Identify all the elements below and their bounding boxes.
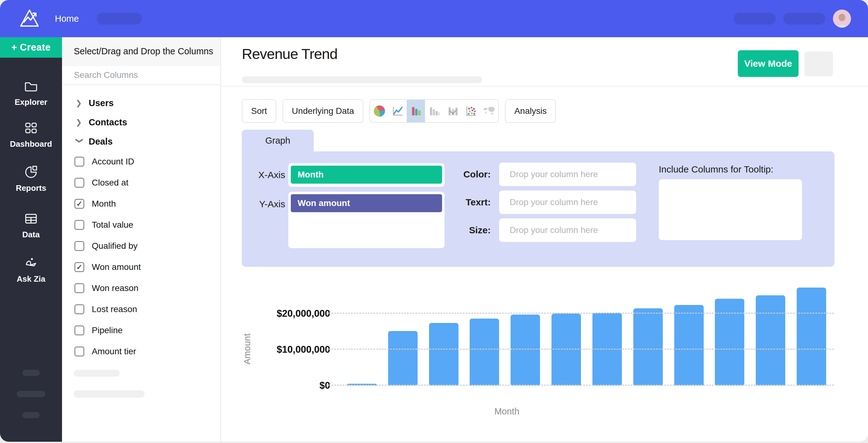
x-axis-chip-month[interactable]: Month: [291, 166, 442, 184]
checkbox-unchecked[interactable]: [74, 220, 84, 230]
column-field-label: Month: [92, 199, 116, 209]
size-drop-zone[interactable]: Drop your column here: [499, 218, 636, 242]
sort-button[interactable]: Sort: [242, 99, 276, 123]
text-drop-zone[interactable]: Drop your column here: [499, 190, 636, 214]
bar[interactable]: [715, 299, 744, 386]
pie-chart-icon[interactable]: [370, 100, 389, 122]
bar-series: [329, 278, 834, 386]
app-window: Home + Create Explorer Dashboard: [0, 0, 868, 442]
column-field-row: ✓Month: [62, 193, 220, 214]
checkbox-unchecked[interactable]: [74, 347, 84, 356]
columns-panel: Select/Drag and Drop the Columns ❯ Users…: [62, 37, 221, 442]
size-label: Size:: [440, 218, 491, 242]
bar-chart-icon[interactable]: [407, 100, 425, 122]
zia-icon: [24, 256, 38, 270]
pie-icon: [24, 165, 38, 179]
sidebar-item-label: Reports: [16, 183, 46, 193]
combo-chart-icon[interactable]: [443, 100, 462, 122]
y-axis-tick-labels: $0$10,000,000$20,000,000: [253, 278, 330, 386]
analysis-button[interactable]: Analysis: [505, 99, 556, 123]
graph-config-panel: X-Axis Month Y-Axis Won amount Color: Dr…: [242, 151, 835, 267]
title-skeleton-bar: [242, 76, 482, 83]
tree-group-contacts[interactable]: ❯ Contacts: [62, 113, 220, 132]
x-axis-title: Month: [408, 406, 606, 417]
sidebar-item-explorer[interactable]: Explorer: [0, 79, 62, 107]
checkbox-unchecked[interactable]: [74, 283, 84, 293]
panel-skeleton-bar: [74, 390, 145, 398]
line-chart-icon[interactable]: [389, 100, 407, 122]
tree-group-users[interactable]: ❯ Users: [62, 93, 220, 113]
y-axis-chip-won-amount[interactable]: Won amount: [291, 194, 442, 212]
gridline: [329, 385, 834, 386]
bar[interactable]: [674, 305, 704, 386]
bar[interactable]: [756, 295, 785, 386]
gridline: [329, 349, 834, 350]
sidebar-item-label: Data: [22, 230, 40, 239]
search-row: [62, 66, 220, 85]
column-field-label: Amount tier: [92, 347, 136, 356]
sidebar-skeleton-bar: [22, 370, 40, 376]
panel-skeleton-bar: [74, 370, 120, 377]
analytics-logo-icon[interactable]: [17, 6, 42, 31]
header-placeholder-button[interactable]: [804, 52, 833, 76]
create-button[interactable]: + Create: [0, 37, 62, 58]
column-field-label: Won amount: [92, 262, 141, 272]
bar[interactable]: [470, 319, 499, 386]
y-tick-label: $20,000,000: [277, 308, 330, 319]
chevron-right-icon: ❯: [75, 118, 84, 126]
column-field-label: Account ID: [92, 157, 134, 167]
column-field-label: Won reason: [92, 283, 138, 293]
color-label: Color:: [440, 163, 491, 186]
bar[interactable]: [633, 308, 663, 386]
graph-tab[interactable]: Graph: [242, 130, 314, 152]
search-columns-input[interactable]: [62, 70, 198, 80]
bar[interactable]: [388, 331, 417, 386]
world-map-icon[interactable]: [480, 100, 498, 122]
folder-icon: [24, 79, 38, 93]
checkbox-unchecked[interactable]: [74, 157, 84, 167]
checkbox-unchecked[interactable]: [74, 241, 84, 251]
checkbox-unchecked[interactable]: [74, 304, 84, 314]
bar[interactable]: [429, 323, 459, 386]
bar-chart-alt-icon[interactable]: [425, 100, 443, 122]
header-divider: [222, 86, 868, 87]
tree-group-deals[interactable]: ❯ Deals: [62, 132, 220, 151]
sidebar-skeleton-bar: [17, 391, 45, 397]
bar[interactable]: [552, 314, 581, 386]
nav-home[interactable]: Home: [55, 13, 79, 24]
sidebar-item-label: Dashboard: [10, 139, 52, 149]
color-drop-zone[interactable]: Drop your column here: [499, 163, 636, 186]
checkbox-unchecked[interactable]: [74, 178, 84, 188]
column-field-row: Account ID: [62, 151, 220, 172]
page-title: Revenue Trend: [242, 45, 337, 62]
column-field-label: Closed at: [92, 178, 128, 188]
columns-panel-header: Select/Drag and Drop the Columns: [62, 37, 220, 66]
sidebar-item-dashboard[interactable]: Dashboard: [0, 121, 62, 149]
topbar-placeholder-pill: [734, 13, 776, 25]
column-field-row: Won reason: [62, 278, 220, 299]
view-mode-button[interactable]: View Mode: [738, 50, 799, 77]
scatter-plot-icon[interactable]: [462, 100, 480, 122]
chevron-down-icon: ❯: [75, 138, 84, 146]
underlying-data-button[interactable]: Underlying Data: [282, 99, 363, 123]
bar[interactable]: [510, 315, 540, 386]
bar[interactable]: [797, 288, 826, 386]
sidebar-item-data[interactable]: Data: [0, 212, 62, 239]
tooltip-columns-drop-zone[interactable]: [659, 179, 802, 240]
x-axis-field[interactable]: Month: [288, 163, 444, 187]
sidebar-item-reports[interactable]: Reports: [0, 165, 62, 193]
sidebar-item-label: Ask Zia: [17, 274, 45, 284]
checkbox-checked[interactable]: ✓: [74, 262, 84, 272]
column-field-row: Qualified by: [62, 235, 220, 257]
plot-area: [329, 278, 834, 386]
sidebar-item-ask-zia[interactable]: Ask Zia: [0, 256, 62, 284]
checkbox-checked[interactable]: ✓: [74, 199, 84, 209]
nav-placeholder-pill: [97, 13, 142, 25]
y-axis-field[interactable]: Won amount: [288, 192, 444, 248]
user-avatar[interactable]: [833, 10, 851, 28]
column-field-row: Amount tier: [62, 341, 220, 362]
grid-icon: [24, 121, 38, 135]
checkbox-unchecked[interactable]: [74, 325, 84, 335]
column-field-label: Lost reason: [92, 304, 137, 314]
x-axis-label: X-Axis: [242, 163, 285, 187]
